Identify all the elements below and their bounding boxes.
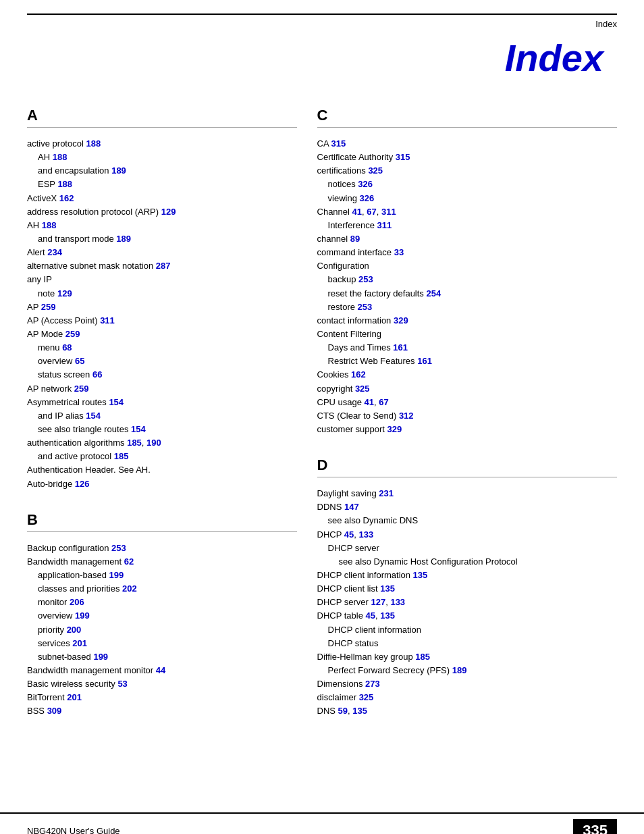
entry-copyright: copyright 325	[317, 382, 617, 396]
entry-dhcp-client-list: DHCP client list 135	[317, 582, 617, 596]
entry-disclaimer: disclaimer 325	[317, 691, 617, 704]
entry-basic-wireless: Basic wireless security 53	[27, 677, 297, 691]
section-a-header: A	[27, 107, 297, 128]
section-c-header: C	[317, 107, 617, 128]
entry-channel-lower: channel 89	[317, 232, 617, 246]
left-column: A active protocol 188 AH 188 and encapsu…	[27, 100, 311, 718]
entry-ddns: DDNS 147 see also Dynamic DNS	[317, 500, 617, 527]
entry-customer-support: customer support 329	[317, 423, 617, 436]
entry-bandwidth-monitor: Bandwidth management monitor 44	[27, 664, 297, 677]
section-c-entries: CA 315 Certificate Authority 315 certifi…	[317, 137, 617, 436]
entry-certifications: certifications 325 notices 326 viewing 3…	[317, 164, 617, 205]
section-d-header: D	[317, 457, 617, 477]
entry-dns: DNS 59, 135	[317, 704, 617, 718]
entry-bittorrent: BitTorrent 201	[27, 691, 297, 704]
footer-page-number: 335	[573, 819, 617, 834]
entry-content-filtering: Content Filtering Days and Times 161 Res…	[317, 328, 617, 368]
section-d-entries: Daylight saving 231 DDNS 147 see also Dy…	[317, 487, 617, 718]
page: Index Index A active protocol 188 AH 188…	[0, 14, 644, 834]
header-label: Index	[595, 19, 617, 29]
entry-dhcp-client-info: DHCP client information 135	[317, 569, 617, 582]
entry-dimensions: Dimensions 273	[317, 677, 617, 691]
entry-auth-header: Authentication Header. See AH.	[27, 463, 297, 477]
footer: NBG420N User's Guide 335	[0, 812, 644, 834]
entry-contact-info: contact information 329	[317, 314, 617, 328]
entry-channel: Channel 41, 67, 311 Interference 311	[317, 205, 617, 232]
footer-label: NBG420N User's Guide	[27, 826, 120, 835]
content-columns: A active protocol 188 AH 188 and encapsu…	[0, 100, 644, 718]
section-a-entries: active protocol 188 AH 188 and encapsula…	[27, 137, 297, 491]
entry-configuration: Configuration backup 253 reset the facto…	[317, 259, 617, 314]
entry-backup-config: Backup configuration 253	[27, 542, 297, 555]
entry-bandwidth-mgmt: Bandwidth management 62 application-base…	[27, 555, 297, 664]
section-b-entries: Backup configuration 253 Bandwidth manag…	[27, 542, 297, 719]
entry-cookies: Cookies 162	[317, 368, 617, 382]
entry-ap: AP 259	[27, 301, 297, 314]
entry-dhcp-table: DHCP table 45, 135 DHCP client informati…	[317, 609, 617, 650]
entry-asymmetrical-routes: Asymmetrical routes 154 and IP alias 154…	[27, 396, 297, 436]
entry-auth-algorithms: authentication algorithms 185, 190 and a…	[27, 436, 297, 463]
entry-dhcp: DHCP 45, 133 DHCP server see also Dynami…	[317, 528, 617, 569]
entry-bss: BSS 309	[27, 704, 297, 718]
page-title-section: Index	[0, 29, 644, 100]
entry-dhcp-server: DHCP server 127, 133	[317, 596, 617, 609]
page-title: Index	[505, 36, 603, 79]
entry-arp: address resolution protocol (ARP) 129	[27, 205, 297, 219]
entry-certificate-authority: Certificate Authority 315	[317, 151, 617, 164]
entry-command-interface: command interface 33	[317, 246, 617, 259]
entry-ah: AH 188 and transport mode 189	[27, 219, 297, 246]
entry-ca: CA 315	[317, 137, 617, 151]
entry-alert: Alert 234	[27, 246, 297, 259]
entry-active-protocol: active protocol 188 AH 188 and encapsula…	[27, 137, 297, 192]
header-bar: Index	[27, 14, 617, 29]
entry-cpu-usage: CPU usage 41, 67	[317, 396, 617, 409]
section-b-header: B	[27, 511, 297, 532]
entry-ap-network: AP network 259	[27, 382, 297, 396]
entry-alt-subnet: alternative subnet mask notation 287	[27, 259, 297, 273]
entry-activex: ActiveX 162	[27, 192, 297, 205]
entry-ap-access-point: AP (Access Point) 311	[27, 314, 297, 328]
entry-any-ip: any IP note 129	[27, 273, 297, 300]
entry-daylight-saving: Daylight saving 231	[317, 487, 617, 500]
entry-cts: CTS (Clear to Send) 312	[317, 409, 617, 423]
entry-diffie-hellman: Diffie-Hellman key group 185 Perfect For…	[317, 650, 617, 677]
right-column: C CA 315 Certificate Authority 315 certi…	[311, 100, 617, 718]
entry-ap-mode: AP Mode 259 menu 68 overview 65 status s…	[27, 328, 297, 382]
entry-auto-bridge: Auto-bridge 126	[27, 477, 297, 491]
